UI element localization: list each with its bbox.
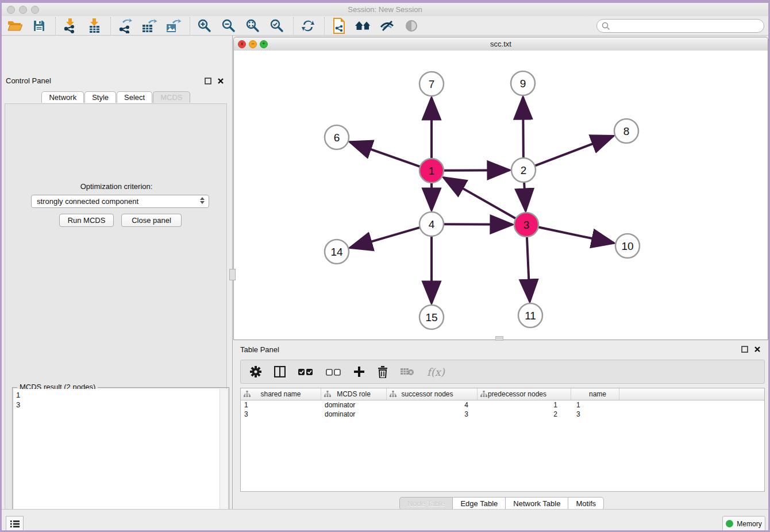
- graph-node-14[interactable]: 14: [325, 240, 349, 264]
- svg-text:6: 6: [334, 132, 340, 144]
- table-panel: Table Panel f(x) shared nameMCDS rolesuc…: [233, 342, 770, 509]
- export-network-icon[interactable]: [116, 17, 134, 34]
- export-table-icon[interactable]: [140, 17, 159, 34]
- edge-3-10[interactable]: [538, 227, 614, 243]
- svg-text:9: 9: [520, 78, 526, 90]
- edge-1-2[interactable]: [444, 170, 510, 171]
- table-cell[interactable]: 1: [571, 400, 619, 410]
- svg-text:7: 7: [429, 78, 435, 90]
- edge-1-6[interactable]: [350, 142, 421, 167]
- toolbar-separator: [110, 17, 111, 34]
- graph-node-2[interactable]: 2: [511, 158, 536, 182]
- zoom-in-icon[interactable]: [195, 17, 214, 34]
- list-icon: [10, 520, 20, 528]
- table-row[interactable]: 1dominator411: [241, 400, 764, 410]
- open-folder-icon[interactable]: [6, 17, 24, 34]
- table-cell[interactable]: dominator: [321, 400, 387, 410]
- table-cell[interactable]: 1: [241, 400, 321, 410]
- graph-node-6[interactable]: 6: [325, 125, 349, 149]
- svg-text:2: 2: [521, 164, 527, 176]
- criterion-select[interactable]: strongly connected component: [31, 195, 209, 208]
- graph-node-4[interactable]: 4: [419, 212, 444, 236]
- network-file-icon[interactable]: [330, 17, 348, 34]
- task-history-button[interactable]: [6, 516, 24, 531]
- run-mcds-button[interactable]: Run MCDS: [59, 214, 114, 227]
- column-header-MCDS-role[interactable]: MCDS role: [321, 388, 387, 400]
- tab-motifs[interactable]: Motifs: [568, 497, 604, 510]
- svg-text:8: 8: [623, 125, 630, 137]
- edge-4-3[interactable]: [444, 224, 513, 225]
- table-tabs: Node TableEdge TableNetwork TableMotifs: [233, 497, 770, 510]
- graph-node-10[interactable]: 10: [615, 234, 640, 258]
- node-table[interactable]: shared nameMCDS rolesuccessor nodesprede…: [240, 388, 765, 492]
- panel-splitter-handle[interactable]: [229, 269, 236, 280]
- table-cell[interactable]: 3: [571, 410, 619, 419]
- zoom-out-icon[interactable]: [220, 17, 238, 34]
- edge-3-1[interactable]: [444, 178, 516, 219]
- gear-icon[interactable]: [250, 366, 261, 377]
- refresh-icon[interactable]: [299, 17, 317, 34]
- add-icon[interactable]: [353, 366, 365, 377]
- delete-icon[interactable]: [378, 366, 388, 378]
- edge-2-8[interactable]: [535, 136, 614, 166]
- select-stepper-icon: [200, 197, 205, 204]
- select-all-icon[interactable]: [298, 368, 313, 376]
- network-window-titlebar[interactable]: x − + scc.txt: [234, 37, 768, 51]
- close-panel-icon[interactable]: [754, 346, 761, 353]
- zoom-selected-icon[interactable]: [268, 17, 286, 34]
- float-panel-icon[interactable]: [741, 346, 748, 353]
- frame-resize-handle[interactable]: [495, 336, 503, 341]
- tab-node-table[interactable]: Node Table: [399, 497, 453, 510]
- tab-mcds[interactable]: MCDS: [153, 91, 190, 103]
- tab-network[interactable]: Network: [41, 91, 84, 103]
- graph-node-8[interactable]: 8: [614, 119, 638, 143]
- column-header-successor-nodes[interactable]: successor nodes: [387, 388, 478, 400]
- window-border-top: [0, 0, 770, 3]
- home-icon[interactable]: [354, 17, 372, 34]
- control-panel-tabs: NetworkStyleSelectMCDS: [0, 91, 232, 103]
- table-cell[interactable]: 4: [387, 400, 478, 410]
- delete-table-icon[interactable]: [401, 367, 414, 376]
- table-cell[interactable]: dominator: [321, 410, 387, 419]
- column-header-shared-name[interactable]: shared name: [241, 388, 321, 400]
- edge-3-11[interactable]: [527, 237, 530, 302]
- save-icon[interactable]: [30, 17, 48, 34]
- memory-status-icon: [726, 520, 733, 527]
- graph-node-3[interactable]: 3: [514, 213, 538, 237]
- close-panel-button[interactable]: Close panel: [121, 214, 182, 227]
- graph-node-15[interactable]: 15: [419, 305, 444, 329]
- search-input[interactable]: [596, 19, 764, 33]
- graph-node-11[interactable]: 11: [518, 303, 542, 327]
- tab-edge-table[interactable]: Edge Table: [452, 497, 505, 510]
- column-header-predecessor-nodes[interactable]: predecessor nodes: [478, 388, 571, 400]
- column-header-name[interactable]: name: [571, 388, 619, 400]
- svg-text:14: 14: [330, 246, 343, 258]
- tab-network-table[interactable]: Network Table: [505, 497, 568, 510]
- close-panel-icon[interactable]: [217, 78, 224, 84]
- table-row[interactable]: 3dominator323: [241, 410, 764, 419]
- edge-4-14[interactable]: [350, 228, 420, 248]
- memory-label: Memory: [737, 520, 761, 528]
- float-panel-icon[interactable]: [205, 78, 211, 84]
- network-canvas[interactable]: 1234678910111415: [234, 51, 768, 340]
- graph-node-9[interactable]: 9: [511, 71, 535, 95]
- table-cell[interactable]: 2: [478, 410, 571, 419]
- edge-2-3[interactable]: [524, 182, 526, 211]
- network-graph[interactable]: 1234678910111415: [234, 51, 768, 340]
- graph-node-1[interactable]: 1: [419, 159, 444, 183]
- tab-style[interactable]: Style: [84, 91, 116, 103]
- tab-select[interactable]: Select: [117, 91, 152, 103]
- import-table-icon[interactable]: [85, 17, 103, 34]
- columns-icon[interactable]: [274, 366, 286, 377]
- memory-button[interactable]: Memory: [722, 516, 765, 531]
- export-image-icon[interactable]: [164, 17, 183, 34]
- table-cell[interactable]: 3: [241, 410, 321, 419]
- table-cell[interactable]: 3: [387, 410, 478, 419]
- hide-panel-icon[interactable]: [378, 17, 396, 34]
- import-network-icon[interactable]: [61, 17, 79, 34]
- edge-2-9[interactable]: [523, 97, 523, 158]
- zoom-fit-icon[interactable]: [244, 17, 262, 34]
- table-cell[interactable]: 1: [478, 400, 571, 410]
- deselect-all-icon[interactable]: [326, 368, 341, 376]
- graph-node-7[interactable]: 7: [419, 72, 444, 96]
